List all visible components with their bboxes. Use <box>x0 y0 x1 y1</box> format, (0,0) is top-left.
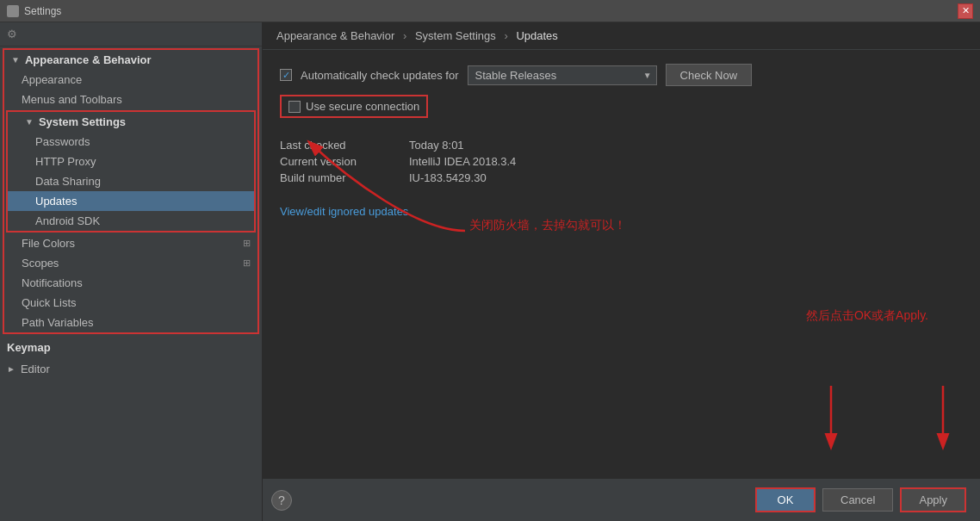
help-button[interactable]: ? <box>271 490 292 511</box>
title-bar: Settings ✕ <box>0 0 980 22</box>
breadcrumb-sep2: › <box>504 29 511 42</box>
sidebar-item-notifications[interactable]: Notifications <box>4 273 257 293</box>
window-title: Settings <box>24 5 61 17</box>
gear-icon: ⚙ <box>7 28 17 40</box>
current-version-key: Current version <box>280 155 392 168</box>
sidebar-item-editor[interactable]: ► Editor <box>0 359 262 379</box>
annotation-text-2: 然后点击OK或者Apply. <box>806 308 928 322</box>
secure-connection-checkbox[interactable] <box>288 101 301 113</box>
sidebar-item-android-sdk[interactable]: Android SDK <box>8 211 254 231</box>
app-icon <box>7 5 19 17</box>
content-body: Automatically check updates for Stable R… <box>263 50 980 478</box>
cancel-button[interactable]: Cancel <box>822 488 893 512</box>
content-area: Appearance & Behavior › System Settings … <box>263 22 980 521</box>
check-now-button[interactable]: Check Now <box>666 64 752 86</box>
sidebar-item-path-variables[interactable]: Path Variables <box>4 313 257 332</box>
breadcrumb-part2: System Settings <box>415 29 496 42</box>
breadcrumb-sep1: › <box>403 29 410 42</box>
sidebar: ⚙ ▼ Appearance & Behavior Appearance Men… <box>0 22 263 521</box>
breadcrumb-part1: Appearance & Behavior <box>276 29 394 42</box>
sidebar-item-http-proxy[interactable]: HTTP Proxy <box>8 152 254 171</box>
expand-arrow-editor: ► <box>7 364 16 374</box>
sidebar-item-appearance[interactable]: Appearance <box>4 70 257 90</box>
last-checked-key: Last checked <box>280 139 392 152</box>
bottom-bar-wrapper: ? OK Cancel Apply <box>263 478 980 521</box>
scopes-icon: ⊞ <box>243 257 251 269</box>
view-edit-link[interactable]: View/edit ignored updates <box>280 205 408 218</box>
build-number-key: Build number <box>280 171 392 184</box>
breadcrumb: Appearance & Behavior › System Settings … <box>263 22 980 50</box>
ok-button[interactable]: OK <box>755 487 816 512</box>
info-table: Last checked Today 8:01 Current version … <box>280 139 963 184</box>
file-colors-icon: ⊞ <box>243 238 251 249</box>
current-version-val: IntelliJ IDEA 2018.3.4 <box>409 155 516 168</box>
expand-arrow-system: ▼ <box>25 117 34 127</box>
breadcrumb-current: Updates <box>516 29 557 42</box>
sidebar-item-data-sharing[interactable]: Data Sharing <box>8 171 254 191</box>
release-type-dropdown-wrapper: Stable Releases Beta Releases Early Acce… <box>468 65 657 85</box>
main-container: ⚙ ▼ Appearance & Behavior Appearance Men… <box>0 22 980 521</box>
expand-arrow: ▼ <box>11 55 20 65</box>
secure-connection-label: Use secure connection <box>306 100 419 113</box>
release-type-dropdown[interactable]: Stable Releases Beta Releases Early Acce… <box>468 65 657 85</box>
auto-check-checkbox[interactable] <box>280 69 292 81</box>
build-number-row: Build number IU-183.5429.30 <box>280 171 963 184</box>
sidebar-item-keymap[interactable]: Keymap <box>0 336 262 359</box>
last-checked-row: Last checked Today 8:01 <box>280 139 963 152</box>
sidebar-item-menus-toolbars[interactable]: Menus and Toolbars <box>4 90 257 109</box>
close-button[interactable]: ✕ <box>958 3 973 19</box>
sidebar-item-appearance-behavior[interactable]: ▼ Appearance & Behavior <box>4 50 257 70</box>
search-input[interactable] <box>22 28 255 40</box>
bottom-bar: ? OK Cancel Apply <box>263 478 980 521</box>
sidebar-item-file-colors[interactable]: File Colors ⊞ <box>4 233 257 253</box>
search-bar: ⚙ <box>0 22 262 47</box>
sidebar-item-system-settings[interactable]: ▼ System Settings <box>8 112 254 132</box>
sidebar-item-updates[interactable]: Updates <box>8 191 254 211</box>
current-version-row: Current version IntelliJ IDEA 2018.3.4 <box>280 155 963 168</box>
sidebar-item-quick-lists[interactable]: Quick Lists <box>4 293 257 313</box>
last-checked-val: Today 8:01 <box>409 139 464 152</box>
sidebar-item-passwords[interactable]: Passwords <box>8 132 254 152</box>
auto-check-label: Automatically check updates for <box>301 69 459 82</box>
sidebar-item-scopes[interactable]: Scopes ⊞ <box>4 253 257 273</box>
build-number-val: IU-183.5429.30 <box>409 171 487 184</box>
apply-button[interactable]: Apply <box>900 487 966 512</box>
auto-check-row: Automatically check updates for Stable R… <box>280 64 963 86</box>
annotation-text-1: 关闭防火墙，去掉勾就可以！ <box>469 218 626 232</box>
